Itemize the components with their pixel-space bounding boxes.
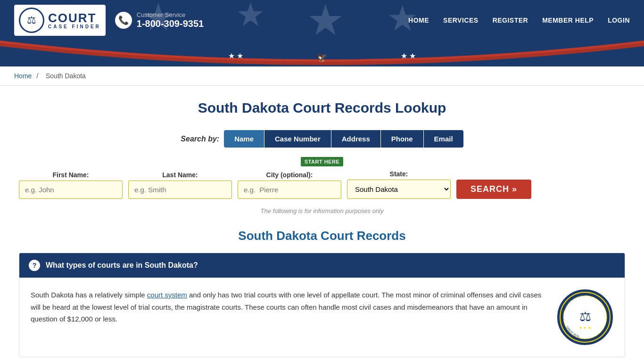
start-here-badge: START HERE	[301, 157, 343, 166]
breadcrumb-separator: /	[36, 72, 38, 80]
nav-register[interactable]: REGISTER	[493, 16, 528, 24]
logo-case-finder-label: CASE FINDER	[48, 24, 101, 29]
svg-text:★ ★: ★ ★	[401, 52, 416, 60]
logo-emblem: ⚖	[19, 8, 44, 33]
cs-label: Customer Service	[137, 11, 204, 18]
tab-name[interactable]: Name	[224, 130, 264, 148]
tab-case-number[interactable]: Case Number	[264, 130, 331, 148]
accordion-body: South Dakota has a relatively simple cou…	[19, 278, 625, 357]
search-section: Search by: Name Case Number Address Phon…	[19, 130, 625, 214]
first-name-input[interactable]	[19, 181, 123, 199]
svg-text:★ ★ ★: ★ ★ ★	[579, 326, 591, 330]
star-deco-2: ★	[236, 0, 265, 34]
tab-address[interactable]: Address	[331, 130, 381, 148]
cs-info: Customer Service 1-800-309-9351	[137, 11, 204, 29]
breadcrumb-current: South Dakota	[46, 72, 86, 80]
city-group: City (optional):	[238, 171, 341, 199]
page-title: South Dakota Court Records Lookup	[19, 100, 625, 116]
first-name-label: First Name:	[19, 171, 123, 179]
svg-text:🦅: 🦅	[317, 52, 328, 63]
breadcrumb-home[interactable]: Home	[14, 72, 32, 80]
logo[interactable]: ⚖ COURT CASE FINDER	[14, 5, 106, 36]
accordion-text: South Dakota has a relatively simple cou…	[31, 289, 543, 346]
cs-number: 1-800-309-9351	[137, 18, 204, 29]
nav-services[interactable]: SERVICES	[443, 16, 479, 24]
breadcrumb: Home / South Dakota	[0, 66, 644, 86]
phone-icon: 📞	[115, 12, 132, 29]
site-header: ★ ★ ★ ★ ⚖ COURT CASE FINDER 📞 Customer S…	[0, 0, 644, 41]
tab-email[interactable]: Email	[424, 130, 463, 148]
section-title: South Dakota Court Records	[19, 229, 625, 243]
city-input[interactable]	[238, 181, 341, 199]
search-form-container: START HERE First Name: Last Name: City (…	[19, 157, 625, 199]
header-left: ⚖ COURT CASE FINDER 📞 Customer Service 1…	[14, 5, 204, 36]
nav-member-help[interactable]: MEMBER HELP	[542, 16, 594, 24]
last-name-label: Last Name:	[128, 171, 232, 179]
info-note: The following is for information purpose…	[19, 207, 625, 214]
accordion-header[interactable]: ? What types of courts are in South Dako…	[19, 253, 625, 278]
first-name-group: First Name:	[19, 171, 123, 199]
main-nav: HOME SERVICES REGISTER MEMBER HELP LOGIN	[408, 16, 630, 24]
accordion-question: What types of courts are in South Dakota…	[46, 261, 198, 270]
search-by-label: Search by:	[181, 135, 219, 143]
accordion: ? What types of courts are in South Dako…	[19, 253, 625, 357]
customer-service: 📞 Customer Service 1-800-309-9351	[115, 11, 204, 29]
form-row: First Name: Last Name: City (optional): …	[19, 170, 625, 199]
sd-seal: SOUTH DAKOTA GREAT SEAL ⚖ ★ ★ ★	[557, 289, 613, 346]
state-select[interactable]: South Dakota	[347, 180, 451, 199]
svg-text:⚖: ⚖	[579, 309, 591, 324]
last-name-input[interactable]	[128, 181, 232, 199]
state-group: State: South Dakota	[347, 170, 451, 199]
nav-login[interactable]: LOGIN	[608, 16, 630, 24]
city-label: City (optional):	[238, 171, 341, 179]
logo-text: COURT CASE FINDER	[48, 12, 101, 29]
tab-phone[interactable]: Phone	[381, 130, 424, 148]
ribbon: ★ ★ 🦅 ★ ★	[0, 41, 644, 66]
court-system-link[interactable]: court system	[147, 291, 187, 299]
svg-text:★ ★: ★ ★	[228, 52, 243, 60]
main-content: South Dakota Court Records Lookup Search…	[0, 86, 644, 362]
star-deco-3: ★	[306, 0, 345, 41]
state-label: State:	[347, 170, 451, 178]
search-by-row: Search by: Name Case Number Address Phon…	[19, 130, 625, 148]
question-icon: ?	[29, 260, 40, 271]
logo-court-label: COURT	[48, 12, 101, 24]
nav-home[interactable]: HOME	[408, 16, 429, 24]
last-name-group: Last Name:	[128, 171, 232, 199]
search-button[interactable]: SEARCH »	[456, 180, 531, 199]
